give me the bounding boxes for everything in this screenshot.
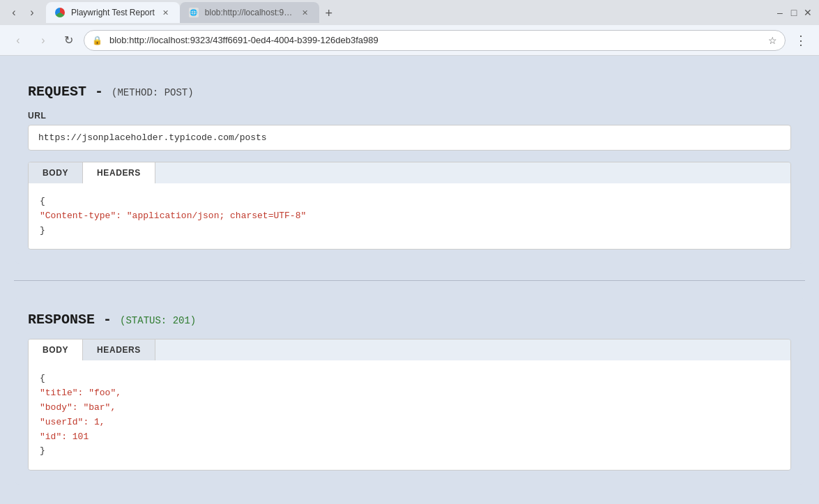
content-area: REQUEST - (METHOD: POST) URL https://jso… (0, 56, 819, 504)
request-section: REQUEST - (METHOD: POST) URL https://jso… (14, 70, 805, 264)
response-headers-tab[interactable]: HEADERS (83, 339, 155, 360)
maximize-button[interactable]: □ (788, 7, 799, 18)
response-body-field: "body": "bar", (40, 401, 779, 415)
response-title-text: RESPONSE (28, 312, 95, 328)
response-id-field: "id": 101 (40, 430, 779, 445)
address-bar-row: ‹ › ↻ 🔒 ☆ ⋮ (0, 25, 819, 56)
address-bar-wrapper: 🔒 ☆ (84, 30, 786, 51)
request-content-type-line: "Content-type": "application/json; chars… (40, 209, 779, 224)
response-title-field: "title": "foo", (40, 386, 779, 401)
section-divider (14, 280, 805, 281)
address-input[interactable] (84, 30, 786, 51)
response-brace-close: } (40, 444, 779, 459)
request-brace-open: { (40, 194, 779, 209)
request-brace-close: } (40, 224, 779, 238)
browser-forward-btn[interactable]: › (24, 4, 40, 21)
request-tabs-container: BODY HEADERS { "Content-type": "applicat… (28, 162, 791, 250)
request-title: REQUEST - (METHOD: POST) (28, 84, 791, 100)
request-headers-tab[interactable]: HEADERS (83, 162, 155, 183)
back-button[interactable]: ‹ (8, 31, 28, 50)
response-title: RESPONSE - (STATUS: 201) (28, 312, 791, 328)
tab2-close-icon[interactable]: ✕ (300, 7, 311, 18)
request-title-text: REQUEST (28, 84, 86, 100)
title-bar: ‹ › Playwright Test Report ✕ 🌐 blob:http… (0, 0, 819, 25)
url-value: https://jsonplaceholder.typicode.com/pos… (28, 125, 791, 151)
tab-playwright[interactable]: Playwright Test Report ✕ (46, 2, 180, 23)
minimize-button[interactable]: – (774, 7, 786, 18)
tab-bar: Playwright Test Report ✕ 🌐 blob:http://l… (46, 2, 772, 23)
tab2-label: blob:http://localhost:9323/43ff... (205, 8, 294, 17)
request-dash: - (95, 84, 112, 100)
request-method-label: (METHOD: POST) (112, 87, 194, 98)
browser-menu-button[interactable]: ⋮ (791, 31, 811, 50)
url-label: URL (28, 111, 791, 121)
browser-back-btn[interactable]: ‹ (6, 4, 22, 21)
response-section: RESPONSE - (STATUS: 201) BODY HEADERS { … (14, 298, 805, 484)
bookmark-star-icon[interactable]: ☆ (768, 35, 777, 46)
lock-icon: 🔒 (92, 36, 102, 45)
response-body-tab[interactable]: BODY (29, 339, 83, 360)
reload-button[interactable]: ↻ (59, 31, 78, 50)
response-tabs-container: BODY HEADERS { "title": "foo", "body": "… (28, 339, 791, 471)
response-brace-open: { (40, 372, 779, 386)
request-headers-content: { "Content-type": "application/json; cha… (29, 183, 790, 249)
tab1-close-icon[interactable]: ✕ (160, 7, 171, 18)
window-controls: – □ ✕ (774, 7, 813, 18)
close-button[interactable]: ✕ (802, 7, 813, 18)
response-status-label: (STATUS: 201) (120, 315, 196, 326)
response-body-content: { "title": "foo", "body": "bar", "userId… (29, 360, 790, 470)
response-userid-field: "userId": 1, (40, 415, 779, 430)
tab2-favicon: 🌐 (188, 7, 199, 18)
forward-button[interactable]: › (33, 31, 53, 50)
response-dash: - (103, 312, 120, 328)
tab-blob[interactable]: 🌐 blob:http://localhost:9323/43ff... ✕ (180, 2, 319, 23)
new-tab-button[interactable]: + (319, 3, 339, 23)
response-tabs-header: BODY HEADERS (29, 339, 790, 360)
request-tabs-header: BODY HEADERS (29, 162, 790, 183)
browser-nav-controls: ‹ › (6, 4, 40, 21)
browser-frame: ‹ › Playwright Test Report ✕ 🌐 blob:http… (0, 0, 819, 504)
request-body-tab[interactable]: BODY (29, 162, 83, 183)
tab1-favicon (54, 7, 66, 18)
tab1-label: Playwright Test Report (71, 8, 155, 17)
